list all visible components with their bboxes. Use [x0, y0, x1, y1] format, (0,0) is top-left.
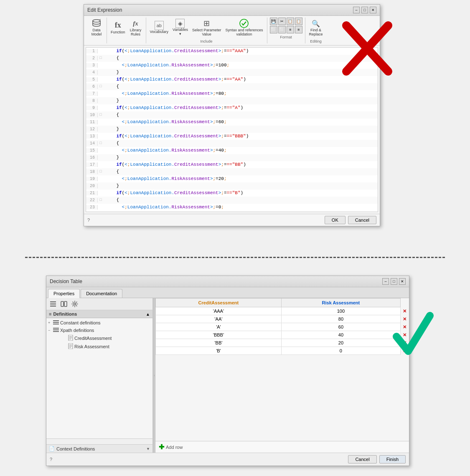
find-replace-label: Find &Replace — [309, 28, 323, 37]
library-rules-button[interactable]: fx LibraryRules — [128, 18, 143, 38]
svg-rect-16 — [53, 329, 59, 330]
code-content-6: { — [104, 84, 119, 89]
dt-cancel-button[interactable]: Cancel — [348, 455, 376, 463]
data-model-button[interactable]: DataModel — [89, 18, 104, 38]
tree-item-constant-defs[interactable]: + Constant definitions — [46, 319, 152, 327]
delete-row-button[interactable]: ✕ — [403, 324, 406, 329]
function-button[interactable]: fx Function — [109, 20, 127, 35]
format-indent-1-btn[interactable]: ⬜ — [270, 26, 277, 33]
find-replace-icon: 🔍 — [311, 18, 321, 28]
fold-btn-6[interactable]: □ — [98, 84, 104, 89]
code-line-1: 1 if(<;LoanApplication.CreditAssessment>… — [86, 48, 378, 55]
risk-assessment-icon — [68, 343, 73, 350]
format-align-2-btn[interactable]: ≡ — [295, 26, 302, 33]
code-line-14: 14□ { — [86, 140, 378, 147]
risk-cell[interactable]: 100 — [281, 307, 400, 315]
tree-item-credit-assessment[interactable]: CreditAssessment — [46, 334, 152, 342]
code-editor[interactable]: 1 if(<;LoanApplication.CreditAssessment>… — [86, 47, 378, 212]
delete-row-cell: ✕ — [401, 331, 409, 339]
risk-assessment-label: Risk Assessment — [74, 344, 109, 349]
line-number-12: 12 — [86, 127, 98, 132]
line-number-14: 14 — [86, 141, 98, 146]
code-line-2: 2□ { — [86, 55, 378, 62]
credit-cell[interactable]: 'A' — [156, 323, 282, 331]
svg-rect-9 — [64, 301, 67, 306]
risk-cell[interactable]: 0 — [281, 347, 400, 355]
format-group: 💾 ✂ 📋 📋 ⬜ ⬜ ≡ ≡ Format — [267, 18, 305, 43]
select-parameter-icon: ⊞ — [202, 18, 212, 28]
line-number-22: 22 — [86, 198, 98, 203]
delete-row-button[interactable]: ✕ — [403, 348, 406, 353]
ok-button[interactable]: OK — [325, 216, 346, 224]
delete-row-button[interactable]: ✕ — [403, 309, 406, 314]
data-model-icon — [91, 18, 102, 28]
dt-finish-button[interactable]: Finish — [379, 455, 406, 463]
variables-label: Variables▾ — [173, 28, 188, 36]
syntax-validation-button[interactable]: Syntax and referencesvalidation — [224, 18, 264, 38]
line-number-4: 4 — [86, 70, 98, 75]
dt-close-button[interactable]: ✕ — [399, 278, 406, 285]
select-parameter-label: Select ParameterValue — [192, 28, 221, 37]
tab-documentation[interactable]: Documentation — [81, 289, 122, 298]
table-row: 'A'60✕ — [156, 323, 409, 331]
vocabulary-button[interactable]: ab Vocabulary — [149, 20, 170, 35]
credit-cell[interactable]: 'AAA' — [156, 307, 282, 315]
sidebar-scrollbar[interactable] — [46, 438, 152, 444]
constant-defs-toggle[interactable]: + — [48, 321, 53, 325]
line-number-21: 21 — [86, 191, 98, 195]
delete-row-button[interactable]: ✕ — [403, 332, 406, 337]
line-number-11: 11 — [86, 120, 98, 124]
format-align-1-btn[interactable]: ≡ — [287, 26, 294, 33]
fold-btn-22[interactable]: □ — [98, 198, 104, 202]
cancel-button[interactable]: Cancel — [348, 216, 376, 224]
credit-cell[interactable]: 'BBB' — [156, 331, 282, 339]
risk-cell[interactable]: 80 — [281, 315, 400, 323]
tree-item-xpath-defs[interactable]: − Xpath definitions — [46, 327, 152, 334]
editing-group: 🔍 Find &Replace Editing — [305, 18, 327, 43]
credit-cell[interactable]: 'BB' — [156, 339, 282, 347]
table-scroll[interactable]: CreditAssessment Risk Assessment 'AAA'10… — [155, 298, 409, 441]
add-row-button[interactable]: ✚ Add row — [159, 443, 183, 451]
context-defs-footer[interactable]: 📄 Context Definitions ▼ — [46, 444, 152, 453]
maximize-button[interactable]: □ — [361, 7, 368, 13]
format-paste-btn[interactable]: 📋 — [295, 18, 302, 25]
tree-item-risk-assessment[interactable]: Risk Assessment — [46, 342, 152, 351]
format-save-btn[interactable]: 💾 — [270, 18, 277, 25]
sidebar-gear-btn[interactable] — [70, 299, 80, 309]
dt-maximize-button[interactable]: □ — [391, 278, 397, 285]
code-content-10: { — [104, 112, 119, 117]
fold-btn-10[interactable]: □ — [98, 113, 104, 117]
tab-properties[interactable]: Properties — [48, 289, 80, 298]
risk-cell[interactable]: 40 — [281, 331, 400, 339]
format-cut-btn[interactable]: ✂ — [278, 18, 286, 25]
xpath-defs-toggle[interactable]: − — [48, 328, 53, 332]
function-icon: fx — [113, 20, 123, 30]
edit-expression-title: Edit Expression — [87, 7, 122, 13]
data-model-label: DataModel — [91, 28, 102, 37]
find-replace-button[interactable]: 🔍 Find &Replace — [308, 18, 324, 38]
sidebar-list-btn[interactable] — [48, 299, 58, 309]
dt-minimize-button[interactable]: – — [382, 278, 389, 285]
credit-cell[interactable]: 'AA' — [156, 315, 282, 323]
delete-row-button[interactable]: ✕ — [403, 340, 406, 345]
format-indent-2-btn[interactable]: ⬜ — [278, 26, 286, 33]
code-content-20: } — [104, 183, 119, 188]
dashed-separator — [25, 257, 445, 258]
variables-button[interactable]: ◈ Variables▾ — [171, 18, 189, 37]
code-content-17: if(<;LoanApplication.CreditAssessment>;=… — [104, 162, 246, 167]
credit-cell[interactable]: 'B' — [156, 347, 282, 355]
sidebar-link-btn[interactable] — [59, 299, 69, 309]
code-line-4: 4 } — [86, 69, 378, 76]
fold-btn-18[interactable]: □ — [98, 170, 104, 174]
risk-cell[interactable]: 60 — [281, 323, 400, 331]
fold-btn-14[interactable]: □ — [98, 141, 104, 145]
fold-btn-2[interactable]: □ — [98, 56, 104, 60]
sidebar-scroll-up[interactable]: ▲ — [146, 312, 150, 316]
close-button[interactable]: ✕ — [370, 7, 376, 13]
format-copy-btn[interactable]: 📋 — [287, 18, 294, 25]
variables-icon: ◈ — [175, 19, 185, 28]
risk-cell[interactable]: 20 — [281, 339, 400, 347]
select-parameter-button[interactable]: ⊞ Select ParameterValue — [191, 18, 223, 38]
delete-row-button[interactable]: ✕ — [403, 316, 406, 322]
minimize-button[interactable]: – — [353, 7, 360, 13]
